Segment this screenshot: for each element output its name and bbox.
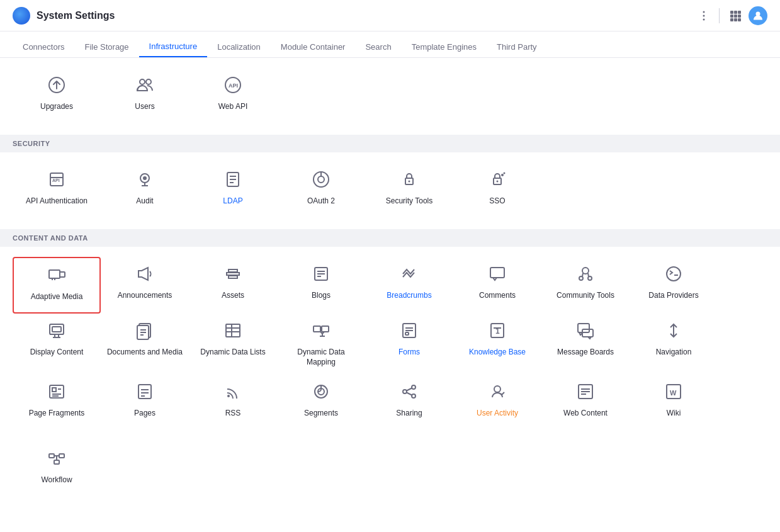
platform-items-row: Upgrades Users API xyxy=(0,58,780,135)
item-api-auth[interactable]: API API Authentication xyxy=(13,162,101,219)
item-segments[interactable]: Segments xyxy=(277,375,365,431)
item-assets[interactable]: Assets xyxy=(189,257,277,314)
item-wiki[interactable]: W Wiki xyxy=(630,375,718,431)
svg-point-98 xyxy=(412,385,415,389)
item-sso[interactable]: SSO xyxy=(453,162,541,219)
item-navigation[interactable]: Navigation xyxy=(630,314,718,375)
svg-rect-6 xyxy=(730,14,733,18)
item-display-content[interactable]: Display Content xyxy=(13,314,101,375)
svg-point-31 xyxy=(409,181,410,183)
item-documents-media[interactable]: Documents and Media xyxy=(101,314,189,375)
grid-apps-button[interactable] xyxy=(727,8,743,24)
svg-point-49 xyxy=(582,268,589,274)
assets-icon xyxy=(223,264,242,286)
comments-label: Comments xyxy=(479,291,516,301)
tab-file-storage[interactable]: File Storage xyxy=(74,37,138,57)
tab-template-engines[interactable]: Template Engines xyxy=(402,37,487,57)
svg-point-50 xyxy=(579,276,583,280)
data-providers-label: Data Providers xyxy=(648,291,698,301)
svg-rect-108 xyxy=(49,454,54,458)
svg-point-14 xyxy=(140,79,145,84)
oauth2-icon xyxy=(312,170,331,191)
svg-rect-5 xyxy=(738,11,741,14)
data-providers-icon xyxy=(664,264,683,286)
breadcrumbs-icon xyxy=(400,264,419,286)
dynamic-data-lists-icon xyxy=(223,321,242,342)
item-ldap[interactable]: LDAP xyxy=(189,162,277,219)
item-sharing[interactable]: Sharing xyxy=(365,375,453,431)
tab-third-party[interactable]: Third Party xyxy=(487,37,547,57)
svg-text:W: W xyxy=(670,389,677,397)
svg-point-22 xyxy=(143,176,147,180)
tab-localization[interactable]: Localization xyxy=(207,37,271,57)
item-community-tools[interactable]: Community Tools xyxy=(541,257,630,314)
page-fragments-label: Page Fragments xyxy=(29,409,85,419)
adaptive-media-label: Adaptive Media xyxy=(31,292,83,302)
svg-rect-77 xyxy=(405,332,409,335)
web-content-label: Web Content xyxy=(563,409,608,419)
item-upgrades[interactable]: Upgrades xyxy=(13,68,101,125)
item-security-tools[interactable]: Security Tools xyxy=(365,162,453,219)
item-workflow[interactable]: Workflow xyxy=(13,441,101,498)
item-comments[interactable]: Comments xyxy=(453,257,541,314)
more-options-button[interactable] xyxy=(696,8,711,23)
svg-point-99 xyxy=(412,394,415,398)
item-message-boards[interactable]: Message Boards xyxy=(541,314,630,375)
item-oauth2[interactable]: OAuth 2 xyxy=(277,162,365,219)
documents-media-label: Documents and Media xyxy=(107,348,183,358)
display-content-label: Display Content xyxy=(30,348,84,358)
svg-text:API: API xyxy=(229,82,238,89)
item-pages[interactable]: Pages xyxy=(101,375,189,431)
svg-rect-60 xyxy=(52,327,61,332)
workflow-label: Workflow xyxy=(41,475,72,485)
user-avatar[interactable] xyxy=(749,6,767,25)
svg-point-35 xyxy=(504,173,506,174)
svg-rect-43 xyxy=(229,276,237,278)
tab-infrastructure[interactable]: Infrastructure xyxy=(139,37,208,57)
tab-search[interactable]: Search xyxy=(355,37,401,57)
web-api-label: Web API xyxy=(218,102,247,112)
upgrades-icon xyxy=(47,76,66,97)
tab-module-container[interactable]: Module Container xyxy=(271,37,356,57)
svg-rect-110 xyxy=(54,460,59,464)
item-web-content[interactable]: Web Content xyxy=(541,375,630,431)
app-header: System Settings xyxy=(0,0,780,31)
web-content-icon xyxy=(576,382,595,404)
item-announcements[interactable]: Announcements xyxy=(101,257,189,314)
item-page-fragments[interactable]: Page Fragments xyxy=(13,375,101,431)
item-user-activity[interactable]: User Activity xyxy=(453,375,541,431)
sharing-icon xyxy=(400,382,419,404)
app-logo xyxy=(13,7,30,25)
item-adaptive-media[interactable]: Adaptive Media xyxy=(13,257,101,314)
item-rss[interactable]: RSS xyxy=(189,375,277,431)
dynamic-data-mapping-icon xyxy=(312,321,331,342)
forms-icon xyxy=(400,321,419,342)
comments-icon xyxy=(488,264,507,286)
item-web-api[interactable]: API Web API xyxy=(189,68,277,125)
item-dynamic-data-lists[interactable]: Dynamic Data Lists xyxy=(189,314,277,375)
item-knowledge-base[interactable]: 1 Knowledge Base xyxy=(453,314,541,375)
blogs-icon xyxy=(312,264,331,286)
svg-line-100 xyxy=(407,388,412,391)
security-tools-label: Security Tools xyxy=(386,196,432,207)
item-blogs[interactable]: Blogs xyxy=(277,257,365,314)
web-api-icon: API xyxy=(223,76,242,97)
item-dynamic-data-mapping[interactable]: Dynamic Data Mapping xyxy=(277,314,365,375)
item-forms[interactable]: Forms xyxy=(365,314,453,375)
navigation-icon xyxy=(664,321,683,342)
svg-point-54 xyxy=(667,267,681,281)
item-data-providers[interactable]: Data Providers xyxy=(630,257,718,314)
svg-rect-9 xyxy=(730,18,733,21)
svg-rect-7 xyxy=(734,14,737,18)
sso-label: SSO xyxy=(489,196,505,207)
svg-point-28 xyxy=(318,176,324,183)
svg-point-12 xyxy=(756,11,760,16)
tab-connectors[interactable]: Connectors xyxy=(13,37,74,57)
item-users[interactable]: Users xyxy=(101,68,189,125)
svg-rect-4 xyxy=(734,11,737,14)
svg-point-2 xyxy=(703,18,705,20)
item-audit[interactable]: Audit xyxy=(101,162,189,219)
svg-rect-70 xyxy=(314,326,320,332)
item-breadcrumbs[interactable]: Breadcrumbs xyxy=(365,257,453,314)
svg-rect-85 xyxy=(52,388,56,392)
